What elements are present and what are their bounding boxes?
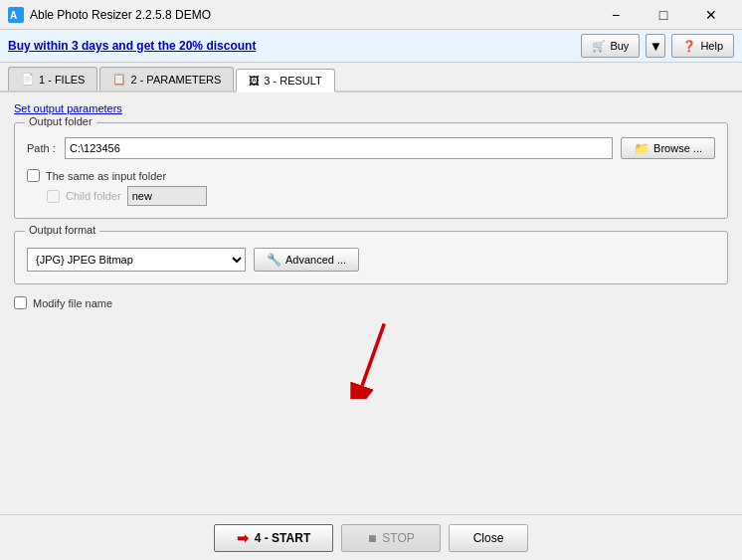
browse-label: Browse ... — [653, 142, 702, 154]
advanced-label: Advanced ... — [285, 254, 346, 266]
output-format-group: Output format {JPG} JPEG Bitmap {PNG} PN… — [14, 231, 728, 284]
stop-label: STOP — [382, 531, 414, 545]
promo-actions: 🛒 Buy ▼ ❓ Help — [581, 34, 734, 58]
section-label[interactable]: Set output parameters — [14, 102, 728, 114]
output-format-title: Output format — [25, 224, 99, 236]
maximize-button[interactable]: □ — [641, 0, 686, 30]
stop-button: ⏹ STOP — [341, 524, 441, 552]
help-button[interactable]: ❓ Help — [671, 34, 734, 58]
buy-dropdown-button[interactable]: ▼ — [646, 34, 665, 58]
title-bar: A Able Photo Resizer 2.2.5.8 DEMO − □ ✕ — [0, 0, 742, 30]
advanced-button[interactable]: 🔧 Advanced ... — [254, 248, 359, 272]
modify-filename-row: Modify file name — [14, 296, 728, 309]
child-folder-label: Child folder — [66, 190, 121, 202]
result-tab-icon: 🖼 — [249, 75, 260, 87]
files-tab-icon: 📄 — [21, 73, 35, 86]
params-tab-icon: 📋 — [112, 73, 126, 86]
buy-icon: 🛒 — [592, 40, 606, 53]
tab-bar: 📄 1 - FILES 📋 2 - PARAMETERS 🖼 3 - RESUL… — [0, 63, 742, 93]
start-arrow-icon — [331, 319, 411, 399]
arrow-container — [14, 319, 728, 399]
close-window-button[interactable]: ✕ — [688, 0, 734, 30]
main-content: Set output parameters Output folder Path… — [0, 93, 742, 555]
svg-line-3 — [362, 323, 384, 385]
start-icon: ➡ — [237, 530, 249, 546]
modify-filename-label: Modify file name — [33, 297, 112, 309]
path-row: Path : 📁 Browse ... — [27, 137, 715, 159]
app-icon: A — [8, 7, 24, 23]
child-folder-checkbox[interactable] — [47, 190, 60, 203]
path-input[interactable] — [65, 137, 613, 159]
child-folder-row: Child folder — [47, 186, 715, 206]
svg-text:A: A — [10, 10, 17, 21]
help-label: Help — [700, 40, 723, 52]
start-button[interactable]: ➡ 4 - START — [214, 524, 333, 552]
tab-result[interactable]: 🖼 3 - RESULT — [236, 69, 334, 93]
buy-label: Buy — [610, 40, 629, 52]
promo-bar: Buy within 3 days and get the 20% discou… — [0, 30, 742, 63]
output-folder-title: Output folder — [25, 115, 96, 127]
settings-icon: 🔧 — [267, 253, 281, 267]
path-label: Path : — [27, 142, 57, 154]
start-label: 4 - START — [255, 531, 310, 545]
child-folder-input[interactable] — [127, 186, 207, 206]
params-tab-label: 2 - PARAMETERS — [130, 74, 221, 86]
tab-parameters[interactable]: 📋 2 - PARAMETERS — [99, 67, 234, 91]
minimize-button[interactable]: − — [593, 0, 639, 30]
window-title: Able Photo Resizer 2.2.5.8 DEMO — [30, 8, 593, 22]
help-icon: ❓ — [682, 40, 696, 53]
same-as-input-checkbox[interactable] — [27, 169, 40, 182]
promo-text[interactable]: Buy within 3 days and get the 20% discou… — [8, 39, 256, 53]
folder-icon: 📁 — [634, 141, 649, 156]
files-tab-label: 1 - FILES — [39, 74, 85, 86]
close-label: Close — [473, 531, 504, 545]
dropdown-arrow-icon: ▼ — [649, 39, 662, 54]
result-tab-label: 3 - RESULT — [264, 75, 321, 87]
modify-filename-checkbox[interactable] — [14, 296, 27, 309]
tab-files[interactable]: 📄 1 - FILES — [8, 67, 97, 91]
format-select[interactable]: {JPG} JPEG Bitmap {PNG} PNG Image {BMP} … — [27, 248, 246, 272]
output-folder-group: Output folder Path : 📁 Browse ... The sa… — [14, 122, 728, 219]
same-as-input-label: The same as input folder — [46, 170, 166, 182]
buy-button[interactable]: 🛒 Buy — [581, 34, 640, 58]
stop-icon: ⏹ — [367, 532, 378, 544]
browse-button[interactable]: 📁 Browse ... — [621, 137, 715, 159]
same-as-input-row: The same as input folder — [27, 169, 715, 182]
close-button[interactable]: Close — [449, 524, 528, 552]
window-controls: − □ ✕ — [593, 0, 734, 30]
bottom-bar: ➡ 4 - START ⏹ STOP Close — [0, 514, 742, 560]
format-row: {JPG} JPEG Bitmap {PNG} PNG Image {BMP} … — [27, 248, 715, 272]
